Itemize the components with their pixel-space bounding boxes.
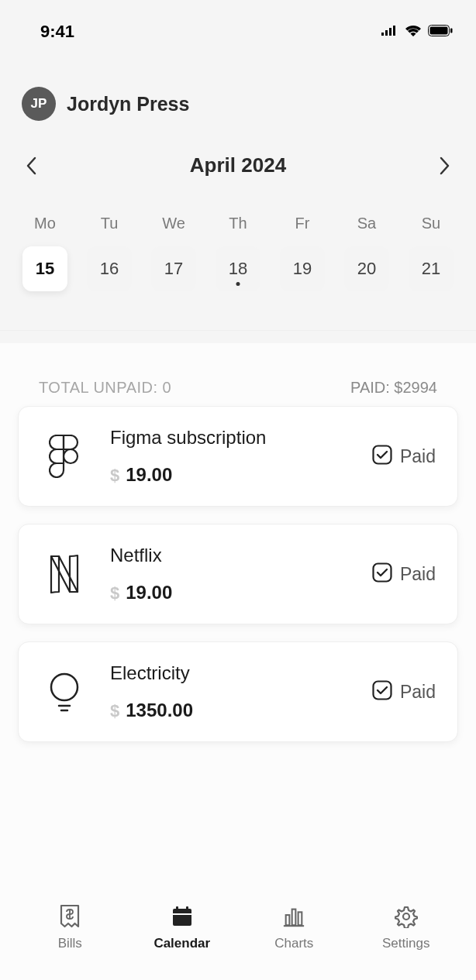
day-abbr: Tu <box>101 215 119 232</box>
svg-rect-13 <box>373 682 391 700</box>
bill-status-text: Paid <box>400 446 436 467</box>
day-abbr: We <box>162 215 185 232</box>
total-paid: PAID: $2994 <box>350 379 437 397</box>
profile-name: Jordyn Press <box>67 93 189 115</box>
bill-info: Electricity $ 1350.00 <box>110 662 350 721</box>
svg-rect-1 <box>385 30 388 36</box>
bills-icon <box>58 905 81 928</box>
bill-status: Paid <box>372 562 436 586</box>
bill-value: 19.00 <box>126 582 172 603</box>
bill-status: Paid <box>372 680 436 703</box>
figma-icon <box>40 432 88 480</box>
bill-info: Netflix $ 19.00 <box>110 545 350 603</box>
svg-rect-8 <box>373 446 391 464</box>
bill-name: Netflix <box>110 545 350 566</box>
nav-bills[interactable]: Bills <box>31 905 109 951</box>
profile-section[interactable]: JP Jordyn Press <box>0 50 476 121</box>
totals-row: TOTAL UNPAID: 0 PAID: $2994 <box>0 330 476 397</box>
day-col: Th 18 <box>215 215 261 291</box>
bill-currency: $ <box>110 701 119 721</box>
week-row: Mo 15 Tu 16 We 17 Th 18 Fr 19 Sa 20 Su 2… <box>0 177 476 291</box>
nav-calendar[interactable]: Calendar <box>143 905 221 951</box>
calendar-icon <box>171 905 194 928</box>
svg-point-22 <box>403 913 409 920</box>
svg-rect-6 <box>450 28 453 33</box>
svg-point-7 <box>64 449 78 463</box>
day-abbr: Su <box>422 215 440 232</box>
charts-icon <box>282 905 305 928</box>
bill-currency: $ <box>110 583 119 603</box>
bill-amount: $ 19.00 <box>110 464 350 486</box>
bill-amount: $ 19.00 <box>110 582 350 603</box>
bill-card[interactable]: Electricity $ 1350.00 Paid <box>18 641 458 742</box>
day-col: Fr 19 <box>279 215 326 291</box>
bills-list: Figma subscription $ 19.00 Paid Netflix … <box>0 397 476 742</box>
day-col: Mo 15 <box>22 215 68 291</box>
svg-rect-21 <box>298 912 302 925</box>
bill-name: Electricity <box>110 662 350 684</box>
bill-value: 1350.00 <box>126 700 193 721</box>
bottom-nav: Bills Calendar Charts <box>0 883 476 980</box>
nav-charts[interactable]: Charts <box>255 905 333 951</box>
day-abbr: Mo <box>34 215 56 232</box>
day-col: We 17 <box>150 215 197 291</box>
bill-card[interactable]: Figma subscription $ 19.00 Paid <box>18 406 458 507</box>
day-cell[interactable]: 17 <box>151 246 196 291</box>
check-icon <box>372 445 392 468</box>
bill-value: 19.00 <box>126 464 172 486</box>
check-icon <box>372 562 392 586</box>
battery-icon <box>428 25 453 40</box>
day-dot-icon <box>236 282 240 286</box>
day-col: Su 21 <box>408 215 454 291</box>
bulb-icon <box>40 668 88 716</box>
svg-rect-9 <box>373 564 391 582</box>
wifi-icon <box>405 24 422 40</box>
netflix-icon <box>40 550 88 598</box>
day-abbr: Th <box>229 215 247 232</box>
nav-label: Bills <box>58 936 82 951</box>
svg-point-10 <box>51 674 78 700</box>
svg-rect-16 <box>176 906 178 911</box>
nav-label: Settings <box>382 936 429 951</box>
gear-icon <box>395 905 418 928</box>
bill-currency: $ <box>110 466 119 486</box>
svg-rect-5 <box>430 26 448 34</box>
status-time: 9:41 <box>40 22 74 42</box>
day-col: Sa 20 <box>343 215 390 291</box>
day-cell[interactable]: 18 <box>216 246 260 291</box>
nav-label: Calendar <box>153 936 210 951</box>
month-navigation: April 2024 <box>0 121 476 177</box>
svg-rect-2 <box>389 28 391 36</box>
total-unpaid: TOTAL UNPAID: 0 <box>39 379 171 397</box>
bill-name: Figma subscription <box>110 427 350 449</box>
day-abbr: Fr <box>295 215 310 232</box>
day-col: Tu 16 <box>86 215 133 291</box>
bill-status-text: Paid <box>400 682 436 703</box>
avatar: JP <box>22 87 56 121</box>
day-abbr: Sa <box>357 215 376 232</box>
status-icons <box>381 24 453 40</box>
bill-card[interactable]: Netflix $ 19.00 Paid <box>18 524 458 624</box>
svg-rect-0 <box>381 33 384 36</box>
bill-status-text: Paid <box>400 564 436 585</box>
svg-rect-3 <box>393 26 395 36</box>
bill-info: Figma subscription $ 19.00 <box>110 427 350 486</box>
month-title: April 2024 <box>190 153 286 177</box>
nav-settings[interactable]: Settings <box>367 905 445 951</box>
nav-label: Charts <box>274 936 313 951</box>
day-cell[interactable]: 15 <box>22 246 67 291</box>
check-icon <box>372 680 392 703</box>
day-cell[interactable]: 16 <box>87 246 132 291</box>
prev-month-button[interactable] <box>19 154 43 177</box>
day-cell[interactable]: 20 <box>344 246 389 291</box>
status-bar: 9:41 <box>0 0 476 50</box>
bill-status: Paid <box>372 445 436 468</box>
bill-amount: $ 1350.00 <box>110 700 350 721</box>
svg-rect-15 <box>173 913 191 915</box>
day-cell[interactable]: 19 <box>280 246 325 291</box>
day-cell[interactable]: 21 <box>409 246 454 291</box>
svg-rect-19 <box>286 915 290 925</box>
svg-rect-14 <box>173 909 191 926</box>
next-month-button[interactable] <box>433 154 457 177</box>
signal-icon <box>381 25 398 39</box>
